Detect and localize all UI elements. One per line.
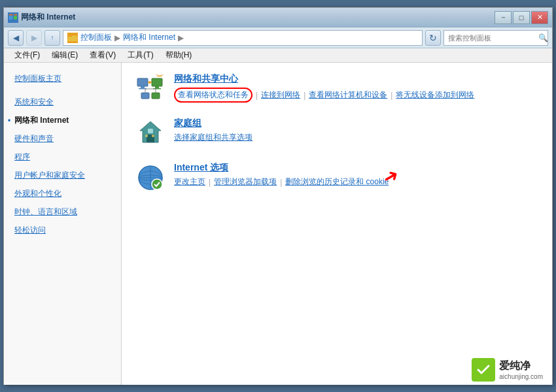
- refresh-button[interactable]: ↻: [425, 30, 441, 46]
- svg-point-12: [148, 81, 151, 84]
- network-center-title[interactable]: 网络和共享中心: [174, 73, 539, 85]
- window-icon: [8, 12, 18, 23]
- title-controls: － □ ✕: [495, 11, 548, 24]
- svg-rect-7: [141, 86, 145, 88]
- maximize-button[interactable]: □: [513, 11, 530, 24]
- svg-rect-2: [9, 14, 12, 15]
- main-window: 网络和 Internet － □ ✕ ◀ ▶ ↑ 控制面板 ▶ 网络和 Inte…: [3, 7, 553, 385]
- watermark-logo: [472, 358, 495, 382]
- add-wireless-link[interactable]: 将无线设备添加到网络: [396, 90, 474, 101]
- svg-point-19: [152, 135, 154, 137]
- sidebar-item-controlpanel[interactable]: 控制面板主页: [4, 69, 121, 88]
- sidebar-item-accessibility[interactable]: 轻松访问: [4, 221, 121, 239]
- address-bar: ◀ ▶ ↑ 控制面板 ▶ 网络和 Internet ▶ ↻ 🔍: [4, 27, 552, 48]
- window-title: 网络和 Internet: [21, 12, 75, 23]
- network-center-icon: [135, 73, 166, 105]
- homegroup-body: 家庭组 选择家庭组和共享选项: [174, 118, 539, 143]
- link-sep-2: |: [304, 91, 305, 100]
- sidebar-item-programs[interactable]: 程序: [4, 148, 121, 166]
- svg-rect-17: [148, 129, 153, 133]
- homegroup-title[interactable]: 家庭组: [174, 118, 539, 129]
- brand-site: aichunjing.com: [499, 373, 543, 380]
- sidebar-item-clock[interactable]: 时钟、语言和区域: [4, 203, 121, 221]
- internet-options-body: Internet 选项 更改主页 | 管理浏览器加载项 | 删除浏览的历史记录和…: [174, 162, 539, 188]
- menu-help[interactable]: 帮助(H): [160, 48, 198, 62]
- sidebar-item-hardware[interactable]: 硬件和声音: [4, 129, 121, 148]
- link-sep-1: |: [256, 91, 258, 100]
- sidebar-item-system[interactable]: 系统和安全: [4, 93, 121, 111]
- view-computers-link[interactable]: 查看网络计算机和设备: [309, 90, 387, 101]
- delete-history-link[interactable]: 删除浏览的历史记录和 cookie: [285, 176, 389, 188]
- network-status-link[interactable]: 查看网络状态和任务: [174, 88, 252, 103]
- svg-rect-13: [141, 93, 149, 99]
- sidebar-divider-1: [4, 88, 121, 93]
- homegroup-icon: [135, 118, 166, 149]
- menu-edit[interactable]: 编辑(E): [46, 48, 83, 62]
- highlight-oval: 查看网络状态和任务: [174, 88, 252, 103]
- address-path[interactable]: 控制面板 ▶ 网络和 Internet ▶: [63, 30, 423, 46]
- svg-rect-1: [14, 16, 17, 19]
- link-sep-4: |: [209, 178, 211, 187]
- svg-rect-6: [137, 78, 148, 86]
- internet-options-links: 更改主页 | 管理浏览器加载项 | 删除浏览的历史记录和 cookie: [174, 176, 539, 188]
- svg-point-18: [145, 135, 148, 137]
- back-button[interactable]: ◀: [8, 30, 24, 46]
- internet-options-title[interactable]: Internet 选项: [174, 162, 539, 174]
- sidebar-item-appearance[interactable]: 外观和个性化: [4, 184, 121, 203]
- watermark: 爱纯净 aichunjing.com: [472, 358, 543, 382]
- menu-view[interactable]: 查看(V): [84, 48, 121, 62]
- svg-rect-9: [152, 78, 162, 86]
- path-part-2[interactable]: 网络和 Internet: [123, 32, 175, 43]
- content-wrapper: 网络和共享中心 查看网络状态和任务 | 连接到网络 | 查看网络计算机和设备 |…: [122, 63, 552, 385]
- link-sep-3: |: [391, 91, 392, 100]
- path-part-1[interactable]: 控制面板: [80, 32, 112, 43]
- section-homegroup: 家庭组 选择家庭组和共享选项: [135, 118, 539, 149]
- svg-rect-0: [9, 16, 12, 19]
- connect-network-link[interactable]: 连接到网络: [261, 90, 300, 101]
- sidebar-item-accounts[interactable]: 用户帐户和家庭安全: [4, 166, 121, 184]
- close-button[interactable]: ✕: [531, 11, 548, 24]
- minimize-button[interactable]: －: [495, 11, 512, 24]
- svg-rect-14: [152, 93, 160, 99]
- path-folder-icon: [67, 33, 78, 43]
- content-area: 网络和共享中心 查看网络状态和任务 | 连接到网络 | 查看网络计算机和设备 |…: [122, 63, 552, 385]
- section-internet-options: Internet 选项 更改主页 | 管理浏览器加载项 | 删除浏览的历史记录和…: [135, 162, 539, 193]
- svg-rect-10: [155, 86, 159, 88]
- title-bar: 网络和 Internet － □ ✕: [4, 8, 552, 27]
- brand-name: 爱纯净: [499, 359, 543, 373]
- internet-options-icon: [135, 162, 166, 193]
- path-separator-2: ▶: [178, 33, 184, 42]
- svg-rect-5: [68, 35, 72, 37]
- search-input[interactable]: [448, 34, 538, 42]
- search-area[interactable]: 🔍: [443, 30, 548, 46]
- up-button[interactable]: ↑: [44, 30, 60, 46]
- forward-button[interactable]: ▶: [26, 30, 42, 46]
- watermark-text: 爱纯净 aichunjing.com: [499, 359, 543, 380]
- menu-bar: 文件(F) 编辑(E) 查看(V) 工具(T) 帮助(H): [4, 48, 552, 63]
- sidebar-item-network[interactable]: 网络和 Internet: [4, 111, 121, 129]
- menu-file[interactable]: 文件(F): [9, 48, 45, 62]
- change-homepage-link[interactable]: 更改主页: [174, 176, 205, 188]
- network-center-links: 查看网络状态和任务 | 连接到网络 | 查看网络计算机和设备 | 将无线设备添加…: [174, 88, 539, 103]
- main-content: 控制面板主页 系统和安全 网络和 Internet 硬件和声音 程序 用户帐户和…: [4, 63, 552, 385]
- manage-addons-link[interactable]: 管理浏览器加载项: [214, 176, 277, 188]
- sidebar: 控制面板主页 系统和安全 网络和 Internet 硬件和声音 程序 用户帐户和…: [4, 63, 122, 385]
- section-network-center: 网络和共享中心 查看网络状态和任务 | 连接到网络 | 查看网络计算机和设备 |…: [135, 73, 539, 105]
- svg-rect-3: [14, 14, 17, 15]
- path-text: 控制面板 ▶ 网络和 Internet ▶: [80, 32, 185, 43]
- link-sep-5: |: [280, 178, 282, 187]
- homegroup-links: 选择家庭组和共享选项: [174, 132, 539, 143]
- search-icon[interactable]: 🔍: [538, 33, 548, 42]
- menu-tools[interactable]: 工具(T): [122, 48, 158, 62]
- path-separator-1: ▶: [114, 33, 120, 42]
- title-bar-left: 网络和 Internet: [8, 12, 495, 23]
- homegroup-sharing-link[interactable]: 选择家庭组和共享选项: [174, 132, 252, 143]
- svg-point-25: [152, 179, 162, 189]
- network-center-body: 网络和共享中心 查看网络状态和任务 | 连接到网络 | 查看网络计算机和设备 |…: [174, 73, 539, 103]
